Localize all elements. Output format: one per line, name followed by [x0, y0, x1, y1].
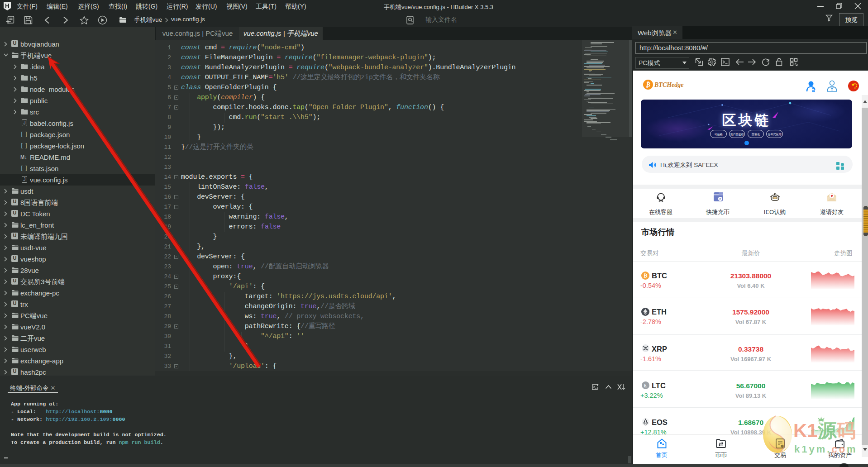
svg-text:₿: ₿ — [644, 273, 648, 278]
svg-text:★: ★ — [854, 86, 856, 89]
svg-text:₿: ₿ — [646, 81, 650, 88]
svg-text:Ł: Ł — [644, 383, 647, 388]
